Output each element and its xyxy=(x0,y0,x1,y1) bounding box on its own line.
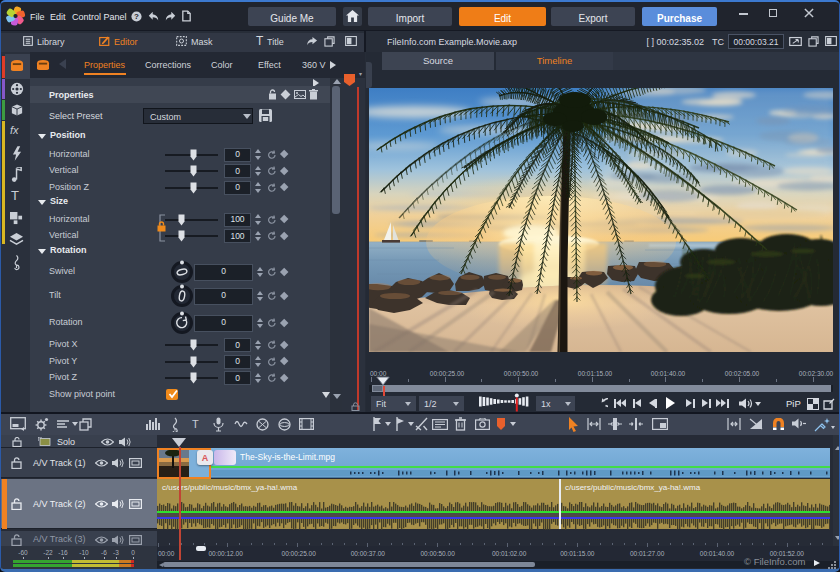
svg-text:?: ? xyxy=(134,12,139,21)
